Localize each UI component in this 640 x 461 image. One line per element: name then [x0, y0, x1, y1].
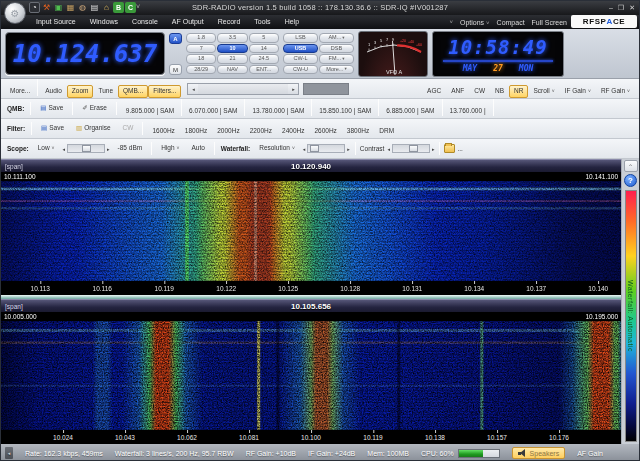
fullscreen-button[interactable]: Full Screen	[532, 19, 567, 26]
waterfall-contrast-slider[interactable]: ◂ ▸	[386, 144, 435, 153]
menu-windows[interactable]: Windows	[83, 15, 125, 29]
menu-af-output[interactable]: AF Output	[165, 15, 211, 29]
scope-auto-button[interactable]: Auto	[186, 142, 209, 155]
qmb-memory-1[interactable]: 9.805.000 | SAM	[121, 105, 179, 118]
scrollbar-track[interactable]	[198, 84, 288, 94]
app-menu-orb[interactable]: ⚙	[4, 2, 26, 24]
mode-fm-button[interactable]: FM...▾	[319, 54, 354, 64]
waterfall-1-display[interactable]	[1, 181, 621, 281]
filter-2400hz-button[interactable]: 2400Hz	[277, 125, 309, 138]
scroll-left-icon[interactable]: ◂	[188, 84, 198, 94]
qmb-save-button[interactable]: ▤Save	[35, 102, 68, 115]
qmb-button[interactable]: QMB...	[118, 85, 148, 98]
qmb-memory-2[interactable]: 6.070.000 | SAM	[184, 105, 242, 118]
band-10-button[interactable]: 10	[217, 44, 247, 54]
compact-button[interactable]: Compact	[497, 19, 525, 26]
mode-lsb-button[interactable]: LSB	[283, 33, 318, 43]
waterfall-resolution-slider[interactable]: ◂ ▸	[302, 144, 351, 153]
band-7-button[interactable]: 7	[186, 44, 216, 54]
nr-button[interactable]: NR	[509, 85, 528, 98]
agc-button[interactable]: AGC	[422, 85, 446, 98]
nb-button[interactable]: NB	[490, 85, 509, 98]
minimize-button[interactable]: –	[609, 2, 613, 13]
options-menu[interactable]: Options ˅	[460, 19, 490, 26]
menu-tools[interactable]: Tools	[247, 15, 277, 29]
waterfall-1-header[interactable]: [span] 10.120.940	[1, 159, 621, 172]
folder-icon[interactable]	[444, 144, 455, 153]
filters-button[interactable]: Filters...	[148, 85, 181, 98]
band-nav-button[interactable]: NAV	[217, 65, 247, 75]
maximize-button[interactable]: ❐	[618, 2, 624, 13]
slider-left-icon[interactable]: ◂	[386, 145, 391, 153]
filter-1800hz-button[interactable]: 1800Hz	[180, 125, 212, 138]
band-18-button[interactable]: 18	[186, 54, 216, 64]
collapse-button[interactable]: ⌃	[624, 160, 638, 172]
status-collapse-icon[interactable]: ◂	[5, 447, 13, 459]
mode-cw-l-button[interactable]: CW-L	[283, 54, 318, 64]
freq-tick: 10.081	[239, 434, 259, 441]
filter-1600hz-button[interactable]: 1600Hz	[147, 125, 179, 138]
qmb-memory-5[interactable]: 6.885.000 | SAM	[381, 105, 439, 118]
memory-button[interactable]: M	[169, 64, 182, 75]
band-14-button[interactable]: 14	[249, 44, 279, 54]
span-label: [span]	[5, 163, 23, 170]
menu-record[interactable]: Record	[211, 15, 248, 29]
if-gain-button[interactable]: IF Gain˅	[560, 85, 596, 98]
speakers-button[interactable]: Speakers	[512, 447, 566, 459]
chevron-down-icon: ▾	[344, 67, 346, 72]
band-5-button[interactable]: 5	[249, 33, 279, 43]
slider-left-icon[interactable]: ◂	[302, 145, 307, 153]
scope-low-slider[interactable]: ◂ ▸	[62, 144, 111, 153]
anf-button[interactable]: ANF	[446, 85, 469, 98]
menu-console[interactable]: Console	[125, 15, 165, 29]
tuning-scrollbar[interactable]: ◂ ▸	[187, 83, 299, 95]
scroll-right-icon[interactable]: ▸	[288, 84, 298, 94]
menu-input-source[interactable]: Input Source	[29, 15, 83, 29]
chevron-down-icon[interactable]: ˅	[449, 19, 453, 25]
qmb-erase-button[interactable]: ✐Erase	[77, 102, 111, 115]
frequency-display[interactable]: 10.124.637	[5, 32, 165, 75]
slider-right-icon[interactable]: ▸	[106, 145, 111, 153]
close-button[interactable]: ✕	[629, 2, 635, 13]
band-24-5-button[interactable]: 24.5	[249, 54, 279, 64]
scroll-button[interactable]: Scroll˅	[528, 85, 559, 98]
mode-dsb-button[interactable]: DSB	[319, 44, 354, 54]
waterfall-2-header[interactable]: [span] 10.105.656	[1, 299, 621, 312]
band-3-5-button[interactable]: 3.5	[217, 33, 247, 43]
vfo-a-button[interactable]: A	[169, 33, 182, 44]
scope-low-button[interactable]: Low˅	[33, 142, 60, 155]
band-1-8-button[interactable]: 1.8	[186, 33, 216, 43]
band-21-button[interactable]: 21	[217, 54, 247, 64]
cw-button[interactable]: CW	[469, 85, 490, 98]
slider-right-icon[interactable]: ▸	[346, 145, 351, 153]
filter-save-button[interactable]: ▤Save	[36, 122, 69, 135]
filter-2600hz-button[interactable]: 2600Hz	[309, 125, 341, 138]
zoom-button[interactable]: Zoom	[67, 85, 94, 98]
scope-high-button[interactable]: High˅	[156, 142, 184, 155]
mode-usb-button[interactable]: USB	[283, 44, 318, 54]
qmb-memory-6[interactable]: 13.760.000 |	[445, 105, 491, 118]
filter-drm-button[interactable]: DRM	[374, 125, 399, 138]
more-button[interactable]: More...	[5, 85, 35, 98]
waterfall-resolution-button[interactable]: Resolution˅	[254, 142, 300, 155]
filter-organise-button[interactable]: ▥Organise	[71, 122, 116, 135]
waterfall-2-display[interactable]	[1, 321, 621, 430]
filter-2200hz-button[interactable]: 2200Hz	[245, 125, 277, 138]
mode-am-button[interactable]: AM...▾	[319, 33, 354, 43]
mode-cw-u-button[interactable]: CW-U	[283, 65, 318, 75]
band-28-29-button[interactable]: 28/29	[186, 65, 216, 75]
waterfall-2-edges: 10.005.000 10.195.000	[1, 312, 621, 321]
qmb-memory-4[interactable]: 15.850.100 | SAM	[314, 105, 376, 118]
qmb-memory-3[interactable]: 13.780.000 | SAM	[247, 105, 309, 118]
help-icon[interactable]: ?	[624, 174, 637, 187]
filter-2000hz-button[interactable]: 2000Hz	[212, 125, 244, 138]
tune-button[interactable]: Tune	[93, 85, 118, 98]
band-ent-button[interactable]: ENT...	[249, 65, 279, 75]
filter-3800hz-button[interactable]: 3800Hz	[342, 125, 374, 138]
menu-help[interactable]: Help	[278, 15, 306, 29]
slider-left-icon[interactable]: ◂	[62, 145, 67, 153]
audio-button[interactable]: Audio	[40, 85, 67, 98]
mode-more-button[interactable]: More...▾	[319, 65, 354, 75]
slider-right-icon[interactable]: ▸	[431, 145, 436, 153]
rf-gain-button[interactable]: RF Gain˅	[596, 85, 635, 98]
